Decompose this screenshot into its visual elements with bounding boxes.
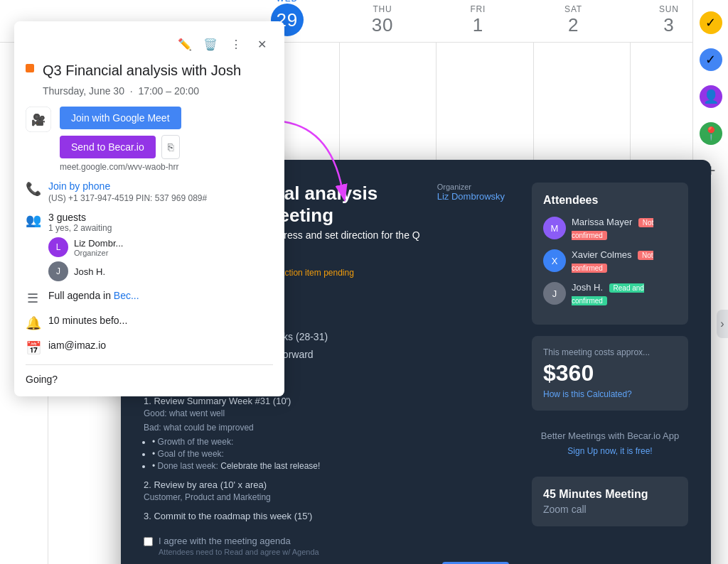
join-by-phone-link[interactable]: Join by phone [48, 180, 273, 192]
contacts-icon[interactable]: 👤 [700, 85, 722, 108]
structure-item-1-title: 1. Review Summary Week #31 (10') [144, 396, 509, 406]
cal-day-fri: FRI 1 [430, 4, 525, 36]
meet-link-text: meet.google.com/wvv-waob-hrr [60, 162, 273, 172]
popup-title-row: Q3 Financial analysis with Josh [26, 61, 273, 80]
bell-icon: 🔔 [26, 315, 40, 331]
cal-day-sat: SAT 2 [525, 4, 621, 36]
attendee-info-liz: Liz Dombr... Organizer [74, 238, 123, 257]
more-options-button[interactable]: ⋮ [225, 33, 247, 55]
attendee-info-xavier: Xavier Colmes Not confirmed [572, 248, 677, 273]
attendee-item-josh: J Josh H. Read and confirmed [543, 281, 677, 306]
meet-buttons: Join with Google Meet Send to Becar.io ⎘… [60, 107, 273, 172]
event-popup: ✏️ 🗑️ ⋮ ✕ Q3 Financial analysis with Jos… [14, 21, 284, 396]
cal-day-label: FRI [470, 4, 486, 14]
guests-sub-text: 1 yes, 2 awaiting [48, 223, 273, 233]
google-meet-logo: 🎥 [26, 107, 51, 132]
close-button[interactable]: ✕ [250, 33, 273, 55]
attendee-avatar-josh-card: J [543, 282, 566, 305]
expand-sidebar-button[interactable]: › [717, 310, 728, 338]
popup-phone-section: 📞 Join by phone (US) +1 317-947-4519 PIN… [26, 180, 273, 203]
tasks-icon-symbol: ✓ [705, 15, 716, 31]
svg-text:🎥: 🎥 [31, 113, 46, 126]
popup-guests-section: 👥 3 guests 1 yes, 2 awaiting L Liz Dombr… [26, 212, 273, 281]
attendee-avatar-liz: L [48, 237, 68, 257]
join-google-meet-button[interactable]: Join with Google Meet [60, 107, 181, 129]
organizer-label: Organizer [437, 183, 505, 191]
going-label: Going? [26, 374, 58, 385]
attendee-avatar-josh: J [48, 261, 68, 281]
checkbox-section: I agree with the meeting agenda Attendee… [144, 536, 509, 556]
structure-item-2-sub: Customer, Product and Marketing [144, 492, 509, 502]
maps-icon[interactable]: 📍 [700, 122, 722, 145]
structure-section: Structure 1. Review Summary Week #31 (10… [144, 375, 509, 521]
cal-day-thu: THU 30 [335, 4, 430, 36]
cost-calculation-link[interactable]: How is this Calculated? [543, 389, 677, 399]
better-meetings-section: Better Meetings with Becar.io App Sign U… [532, 422, 688, 465]
popup-agenda-section: ☰ Full agenda in Bec... [26, 290, 273, 306]
delete-button[interactable]: 🗑️ [199, 33, 222, 55]
agenda-link-text: Full agenda in Bec... [48, 290, 273, 301]
event-color-indicator [26, 64, 34, 72]
bullet-label: Goal of the week: [158, 449, 224, 459]
bullet-label: Growth of the week: [158, 437, 234, 447]
tasks-icon[interactable]: ✓ [700, 11, 722, 34]
attendee-avatar-xavier: X [543, 249, 566, 272]
bullet-label: Done last week: [158, 461, 218, 471]
agree-checkbox[interactable] [144, 537, 153, 546]
cal-date-num: 30 [335, 14, 430, 36]
bullet-done: • Done last week: Celebrate the last rel… [152, 461, 509, 471]
attendee-name-liz: Liz Dombr... [74, 238, 123, 249]
attendees-card: Attendees M Marissa Mayer Not confirmed … [532, 183, 688, 325]
copy-link-button[interactable]: ⎘ [161, 135, 180, 159]
popup-email-section: 📅 iam@imaz.io [26, 340, 273, 356]
attendee-name-xavier: Xavier Colmes [572, 249, 632, 260]
duration-card: 45 Minutes Meeting Zoom call [532, 477, 688, 526]
calendar-icon-symbol: ✓ [705, 52, 716, 67]
cal-day-label: SUN [659, 4, 679, 14]
cost-card: This meeting costs approx... $360 How is… [532, 336, 688, 411]
guests-count-text: 3 guests [48, 212, 273, 223]
attendee-name-josh: Josh H. [74, 266, 105, 277]
agenda-content: Full agenda in Bec... [48, 290, 273, 301]
organizer-info: Organizer Liz Dombrowsky [437, 183, 505, 202]
attendee-role-liz: Organizer [74, 249, 123, 257]
cal-day-label: THU [373, 4, 392, 14]
calendar-icon[interactable]: ✓ [700, 48, 722, 71]
becar-right-content: Attendees M Marissa Mayer Not confirmed … [532, 183, 688, 564]
edit-button[interactable]: ✏️ [173, 33, 196, 55]
send-to-becar-button[interactable]: Send to Becar.io [60, 136, 156, 158]
becar-agenda-link[interactable]: Bec... [114, 290, 139, 301]
attendee-row-josh: J Josh H. [48, 261, 273, 281]
popup-date-time: Thursday, June 30 · 17:00 – 20:00 [43, 85, 273, 97]
popup-meet-section: 🎥 Join with Google Meet Send to Becar.io… [26, 107, 273, 172]
structure-item-1-bad: Bad: what could be improved [144, 423, 509, 433]
duration-title: 45 Minutes Meeting [543, 488, 677, 501]
notification-content: 10 minutes befo... [48, 315, 273, 326]
organizer-name: Liz Dombrowsky [437, 191, 505, 202]
attendee-name-josh-card: Josh H. [572, 282, 603, 293]
cost-label: This meeting costs approx... [543, 347, 677, 357]
cal-date-num: 2 [525, 14, 621, 36]
signup-link[interactable]: Sign Up now, it is free! [567, 446, 652, 456]
phone-icon: 📞 [26, 181, 40, 197]
attendees-card-title: Attendees [543, 194, 677, 207]
guests-icon: 👥 [26, 212, 40, 228]
structure-item-2-title: 2. Review by area (10' x area) [144, 479, 509, 490]
structure-item-1: 1. Review Summary Week #31 (10') Good: w… [144, 396, 509, 471]
popup-notification-section: 🔔 10 minutes befo... [26, 315, 273, 331]
guests-content: 3 guests 1 yes, 2 awaiting L Liz Dombr..… [48, 212, 273, 281]
cal-day-label: SAT [564, 4, 582, 14]
attendee-row-liz: L Liz Dombr... Organizer [48, 237, 273, 257]
attendee-item-marissa: M Marissa Mayer Not confirmed [543, 215, 677, 241]
attendee-name-marissa: Marissa Mayer [572, 217, 632, 227]
cost-amount: $360 [543, 360, 677, 386]
duration-subtitle: Zoom call [543, 504, 677, 515]
calendar-small-icon: 📅 [26, 340, 40, 356]
agenda-icon: ☰ [26, 291, 40, 306]
structure-item-3-title: 3. Commit to the roadmap this week (15') [144, 511, 509, 521]
notification-text: 10 minutes befo... [48, 315, 273, 326]
better-meetings-text: Better Meetings with Becar.io App [540, 430, 680, 441]
going-section: Going? [26, 364, 273, 385]
checkbox-label: I agree with the meeting agenda [159, 536, 319, 546]
contacts-icon-symbol: 👤 [703, 89, 719, 104]
